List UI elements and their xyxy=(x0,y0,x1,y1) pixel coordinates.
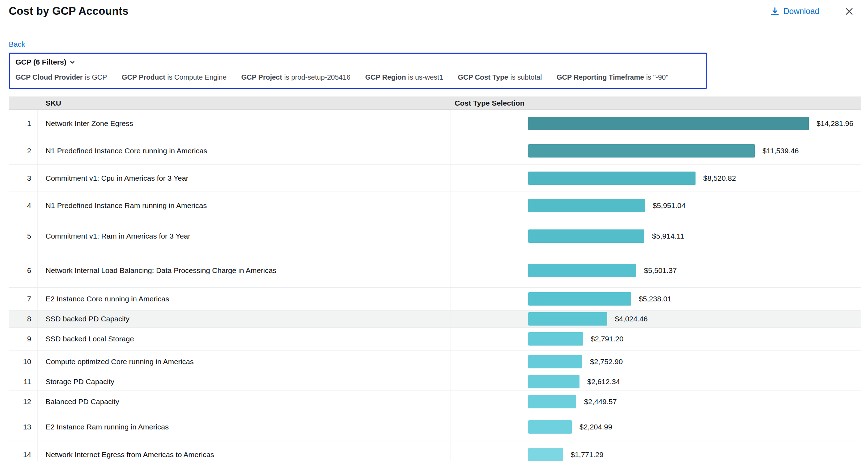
cost-cell: $5,914.11 xyxy=(450,219,861,253)
table-row: 14 Network Internet Egress from Americas… xyxy=(9,441,861,461)
cost-bar[interactable] xyxy=(528,172,696,185)
table-row: 4 N1 Predefined Instance Ram running in … xyxy=(9,192,861,219)
row-index: 8 xyxy=(9,310,38,327)
cost-value-label: $5,914.11 xyxy=(652,232,684,240)
cost-cell: $2,612.34 xyxy=(450,373,861,390)
bar-track: $8,520.82 xyxy=(528,172,861,185)
bar-track: $2,752.90 xyxy=(528,355,861,368)
filter-list: GCP Cloud Provideris GCP GCP Productis C… xyxy=(15,73,700,81)
cost-cell: $2,791.20 xyxy=(450,328,861,350)
cost-value-label: $2,612.34 xyxy=(587,378,620,386)
table-row: 8 SSD backed PD Capacity $4,024.46 xyxy=(9,310,861,328)
filter-panel: GCP (6 Filters) GCP Cloud Provideris GCP… xyxy=(9,53,707,89)
table-row: 7 E2 Instance Core running in Americas $… xyxy=(9,288,861,310)
cost-bar[interactable] xyxy=(528,448,563,461)
bar-track: $2,449.57 xyxy=(528,395,861,408)
filter-chip[interactable]: GCP Regionis us-west1 xyxy=(365,73,443,81)
bar-track: $14,281.96 xyxy=(528,117,861,130)
cost-bar[interactable] xyxy=(528,144,755,158)
cost-cell: $2,752.90 xyxy=(450,350,861,373)
filter-condition: is "-90" xyxy=(646,73,668,81)
cost-value-label: $14,281.96 xyxy=(816,119,853,128)
filter-condition: is subtotal xyxy=(510,73,542,81)
filter-name: GCP Product xyxy=(122,73,165,81)
row-index: 10 xyxy=(9,350,38,373)
bar-track: $4,024.46 xyxy=(528,312,861,326)
cost-bar[interactable] xyxy=(528,375,579,388)
cost-bar[interactable] xyxy=(528,292,631,306)
close-icon xyxy=(845,7,854,16)
sku-cell: Network Inter Zone Egress xyxy=(38,110,450,137)
cost-value-label: $2,791.20 xyxy=(591,335,623,343)
filter-name: GCP Region xyxy=(365,73,406,81)
cost-value-label: $4,024.46 xyxy=(615,315,647,323)
cost-bar[interactable] xyxy=(528,117,809,130)
cost-cell: $2,204.99 xyxy=(450,413,861,441)
cost-cell: $14,281.96 xyxy=(450,110,861,137)
cost-cell: $5,238.01 xyxy=(450,288,861,310)
sku-cell: E2 Instance Ram running in Americas xyxy=(38,413,450,441)
cost-bar[interactable] xyxy=(528,199,645,212)
bar-track: $1,771.29 xyxy=(528,448,861,461)
filter-chip[interactable]: GCP Cloud Provideris GCP xyxy=(15,73,107,81)
filter-name: GCP Reporting Timeframe xyxy=(557,73,644,81)
sku-cell: Compute optimized Core running in Americ… xyxy=(38,350,450,373)
cost-bar[interactable] xyxy=(528,332,583,346)
cost-value-label: $2,449.57 xyxy=(584,397,617,406)
cost-bar[interactable] xyxy=(528,264,636,277)
cost-cell: $5,951.04 xyxy=(450,192,861,219)
table-row: 3 Commitment v1: Cpu in Americas for 3 Y… xyxy=(9,165,861,192)
cost-bar[interactable] xyxy=(528,420,572,434)
cost-cell: $8,520.82 xyxy=(450,165,861,192)
filter-condition: is GCP xyxy=(85,73,107,81)
filter-name: GCP Cost Type xyxy=(458,73,508,81)
row-index: 2 xyxy=(9,137,38,164)
sku-cell: Commitment v1: Cpu in Americas for 3 Yea… xyxy=(38,165,450,192)
cost-column-header: Cost Type Selection xyxy=(450,99,861,107)
back-link[interactable]: Back xyxy=(9,40,25,48)
cost-bar[interactable] xyxy=(528,395,576,408)
filter-condition: is us-west1 xyxy=(408,73,443,81)
filter-group-toggle[interactable]: GCP (6 Filters) xyxy=(15,58,76,66)
table-header-row: SKU Cost Type Selection xyxy=(9,96,861,110)
table-row: 11 Storage PD Capacity $2,612.34 xyxy=(9,373,861,390)
filter-group-label: GCP (6 Filters) xyxy=(15,58,66,66)
cost-cell: $2,449.57 xyxy=(450,390,861,413)
sku-cell: SSD backed PD Capacity xyxy=(38,310,450,327)
row-index: 4 xyxy=(9,192,38,219)
cost-bar[interactable] xyxy=(528,229,644,243)
bar-track: $11,539.46 xyxy=(528,144,861,158)
filter-chip[interactable]: GCP Reporting Timeframeis "-90" xyxy=(557,73,668,81)
row-index: 3 xyxy=(9,165,38,192)
filter-condition: is Compute Engine xyxy=(167,73,226,81)
filter-chip[interactable]: GCP Projectis prod-setup-205416 xyxy=(241,73,350,81)
cost-value-label: $8,520.82 xyxy=(703,174,736,182)
sku-cell: E2 Instance Core running in Americas xyxy=(38,288,450,310)
filter-chip[interactable]: GCP Productis Compute Engine xyxy=(122,73,226,81)
row-index: 9 xyxy=(9,328,38,350)
filter-name: GCP Cloud Provider xyxy=(15,73,83,81)
cost-value-label: $11,539.46 xyxy=(762,147,799,155)
cost-bar[interactable] xyxy=(528,312,607,326)
table-row: 6 Network Internal Load Balancing: Data … xyxy=(9,253,861,288)
bar-track: $5,951.04 xyxy=(528,199,861,212)
download-button[interactable]: Download xyxy=(771,7,819,16)
row-index: 1 xyxy=(9,110,38,137)
sku-cell: Storage PD Capacity xyxy=(38,373,450,390)
bar-track: $5,501.37 xyxy=(528,264,861,277)
row-index: 14 xyxy=(9,441,38,461)
sku-cell: Balanced PD Capacity xyxy=(38,390,450,413)
sku-cell: N1 Predefined Instance Ram running in Am… xyxy=(38,192,450,219)
download-label: Download xyxy=(784,7,819,16)
row-index: 11 xyxy=(9,373,38,390)
close-button[interactable] xyxy=(845,7,854,16)
modal-header: Cost by GCP Accounts Download xyxy=(0,0,868,18)
cost-cell: $4,024.46 xyxy=(450,310,861,327)
cost-cell: $1,771.29 xyxy=(450,441,861,461)
cost-value-label: $2,752.90 xyxy=(590,358,623,366)
filter-chip[interactable]: GCP Cost Typeis subtotal xyxy=(458,73,542,81)
sku-column-header: SKU xyxy=(38,99,450,107)
cost-bar[interactable] xyxy=(528,355,582,368)
download-icon xyxy=(771,7,779,16)
row-index: 12 xyxy=(9,390,38,413)
